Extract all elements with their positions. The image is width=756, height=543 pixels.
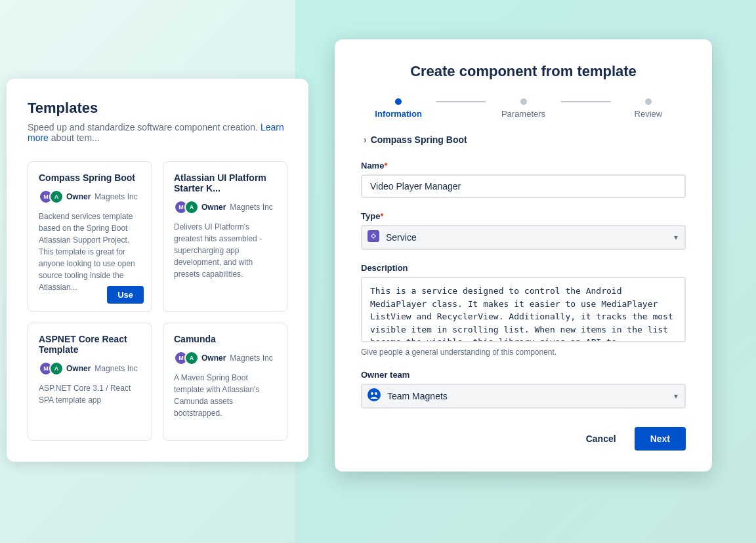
template-card-aspnet: ASPNET Core React Template M A Owner Mag… bbox=[28, 323, 152, 441]
stepper: Information Parameters Review bbox=[361, 98, 686, 119]
owner-team-select-wrapper: Team Magnets ▾ bbox=[361, 384, 686, 409]
template-card-atlassian: Atlassian UI Platform Starter K... M A O… bbox=[163, 161, 287, 312]
owner-row: M A Owner Magnets Inc bbox=[174, 200, 276, 214]
type-required-indicator: * bbox=[380, 211, 383, 221]
owner-label: Owner bbox=[201, 353, 226, 363]
cancel-button[interactable]: Cancel bbox=[576, 428, 627, 449]
svg-point-3 bbox=[371, 392, 373, 395]
svg-point-1 bbox=[372, 235, 375, 237]
chevron-right-icon: › bbox=[364, 134, 367, 145]
template-card-title: ASPNET Core React Template bbox=[39, 334, 141, 355]
svg-point-2 bbox=[368, 388, 381, 401]
owner-row: M A Owner Magnets Inc bbox=[39, 190, 141, 204]
modal-footer: Cancel Next bbox=[361, 427, 686, 451]
service-icon-wrapper bbox=[368, 230, 379, 245]
owner-team-field-group: Owner team Team Magnets ▾ bbox=[361, 370, 686, 409]
avatar-group: M A bbox=[174, 200, 195, 214]
step-dot-review bbox=[645, 98, 652, 105]
template-card-camunda: Camunda M A Owner Magnets Inc A Maven Sp… bbox=[163, 323, 287, 441]
step-parameters[interactable]: Parameters bbox=[486, 98, 560, 119]
template-card-title: Camunda bbox=[174, 334, 276, 344]
type-select-display[interactable]: Service bbox=[361, 225, 686, 250]
template-card-compass: Compass Spring Boot M A Owner Magnets In… bbox=[28, 161, 152, 312]
type-select-value: Service bbox=[386, 232, 417, 243]
owner-name: Magnets Inc bbox=[94, 364, 137, 373]
template-card-title: Atlassian UI Platform Starter K... bbox=[174, 172, 276, 193]
template-description: A Maven Spring Boot template with Atlass… bbox=[174, 372, 276, 419]
description-textarea[interactable]: This is a service designed to control th… bbox=[361, 277, 686, 342]
type-select-wrapper: Service ▾ bbox=[361, 225, 686, 250]
step-label-parameters: Parameters bbox=[501, 109, 545, 119]
template-grid: Compass Spring Boot M A Owner Magnets In… bbox=[28, 161, 287, 441]
owner-name: Magnets Inc bbox=[230, 353, 272, 363]
description-field-group: Description This is a service designed t… bbox=[361, 263, 686, 357]
team-icon bbox=[368, 388, 381, 401]
step-review[interactable]: Review bbox=[611, 98, 686, 119]
template-description: ASP.NET Core 3.1 / React SPA template ap… bbox=[39, 382, 141, 406]
avatar-group: M A bbox=[39, 190, 60, 204]
type-label: Type* bbox=[361, 211, 686, 221]
step-information[interactable]: Information bbox=[361, 98, 436, 119]
step-label-review: Review bbox=[635, 109, 663, 119]
template-card-title: Compass Spring Boot bbox=[39, 172, 141, 183]
templates-title: Templates bbox=[28, 100, 287, 117]
owner-label: Owner bbox=[66, 364, 91, 373]
template-description: Delivers UI Platform's greatest hits ass… bbox=[174, 221, 276, 280]
step-connector-2 bbox=[561, 101, 611, 102]
templates-subtitle: Speed up and standardize software compon… bbox=[28, 122, 287, 143]
use-button[interactable]: Use bbox=[107, 286, 144, 304]
owner-label: Owner bbox=[66, 192, 91, 201]
templates-panel: Templates Speed up and standardize softw… bbox=[7, 79, 308, 462]
avatar-group: M A bbox=[39, 361, 60, 376]
next-button[interactable]: Next bbox=[635, 427, 686, 451]
step-dot-information bbox=[395, 98, 402, 105]
owner-team-select-display[interactable]: Team Magnets bbox=[361, 384, 686, 409]
owner-row: M A Owner Magnets Inc bbox=[39, 361, 141, 376]
name-input[interactable] bbox=[361, 174, 686, 198]
modal-title: Create component from template bbox=[361, 63, 686, 80]
service-icon bbox=[368, 230, 379, 242]
template-source-name: Compass Spring Boot bbox=[371, 134, 467, 145]
description-label: Description bbox=[361, 263, 686, 273]
template-source-label: › Compass Spring Boot bbox=[361, 134, 686, 145]
owner-label: Owner bbox=[201, 203, 226, 212]
avatar: A bbox=[184, 351, 199, 365]
description-hint: Give people a general understanding of t… bbox=[361, 348, 686, 357]
step-label-information: Information bbox=[375, 109, 422, 119]
step-dot-parameters bbox=[520, 98, 527, 105]
step-connector-1 bbox=[436, 101, 486, 102]
owner-name: Magnets Inc bbox=[230, 203, 272, 212]
create-component-modal: Create component from template Informati… bbox=[335, 39, 712, 472]
team-icon-wrapper bbox=[368, 388, 381, 404]
owner-row: M A Owner Magnets Inc bbox=[174, 351, 276, 365]
name-label: Name* bbox=[361, 161, 686, 171]
owner-team-label: Owner team bbox=[361, 370, 686, 380]
type-field-group: Type* Service ▾ bbox=[361, 211, 686, 250]
template-description: Backend services template based on the S… bbox=[39, 211, 141, 293]
avatar-group: M A bbox=[174, 351, 195, 365]
owner-team-value: Team Magnets bbox=[387, 391, 448, 401]
name-field-group: Name* bbox=[361, 161, 686, 198]
avatar: A bbox=[49, 190, 64, 204]
name-required-indicator: * bbox=[384, 161, 387, 171]
svg-point-4 bbox=[375, 392, 377, 395]
owner-name: Magnets Inc bbox=[94, 192, 137, 201]
avatar: A bbox=[184, 200, 199, 214]
avatar: A bbox=[49, 361, 64, 376]
